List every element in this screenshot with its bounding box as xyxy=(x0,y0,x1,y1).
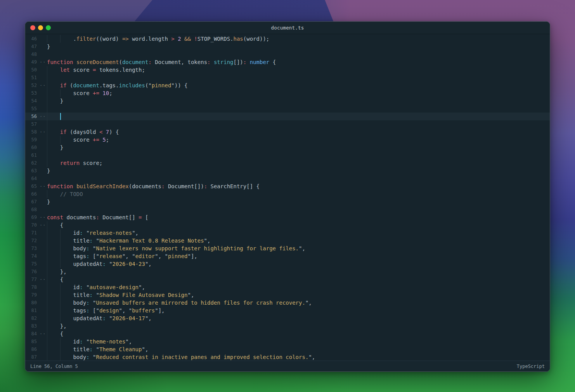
fold-marker[interactable]: ·· xyxy=(37,182,47,190)
code-line[interactable]: 79 title: "Shadow File Autosave Design", xyxy=(25,291,550,299)
code-line[interactable]: 49··function scoreDocument(document: Doc… xyxy=(25,58,550,66)
line-number[interactable]: 87 xyxy=(28,353,37,361)
code-line[interactable]: 61 xyxy=(25,151,550,159)
line-number[interactable]: 58 xyxy=(28,128,37,136)
cursor-position-status[interactable]: Line 56, Column 5 xyxy=(30,364,78,369)
code-line[interactable]: 62 return score; xyxy=(25,159,550,167)
code-line[interactable]: 46 .filter((word) => word.length > 2 && … xyxy=(25,35,550,43)
code-text[interactable] xyxy=(47,151,550,159)
code-text[interactable] xyxy=(47,206,550,213)
code-line[interactable]: 76 }, xyxy=(25,268,550,276)
code-line[interactable]: 53 score += 10; xyxy=(25,89,550,97)
line-number[interactable]: 75 xyxy=(28,260,37,268)
code-line[interactable]: 69··const documents: Document[] = [ xyxy=(25,213,550,221)
line-number[interactable]: 71 xyxy=(28,229,37,237)
code-text[interactable]: body: "Reduced contrast in inactive pane… xyxy=(47,353,550,361)
code-line[interactable]: 86 title: "Theme Cleanup", xyxy=(25,345,550,353)
code-area[interactable]: 46 .filter((word) => word.length > 2 && … xyxy=(25,34,550,361)
code-line[interactable]: 75 updatedAt: "2026-04-23", xyxy=(25,260,550,268)
code-line[interactable]: 82 updatedAt: "2026-04-17", xyxy=(25,314,550,322)
line-number[interactable]: 62 xyxy=(28,159,37,167)
code-text[interactable]: const documents: Document[] = [ xyxy=(47,213,550,221)
code-text[interactable]: title: "Theme Cleanup", xyxy=(47,345,550,353)
line-number[interactable]: 64 xyxy=(28,175,37,182)
line-number[interactable]: 84 xyxy=(28,330,37,338)
code-text[interactable]: tags: ["design", "buffers"], xyxy=(47,307,550,314)
code-text[interactable] xyxy=(47,113,550,120)
code-text[interactable]: updatedAt: "2026-04-17", xyxy=(47,314,550,322)
fold-marker[interactable]: ·· xyxy=(37,113,47,120)
code-text[interactable]: } xyxy=(47,43,550,50)
line-number[interactable]: 77 xyxy=(28,276,37,283)
line-number[interactable]: 63 xyxy=(28,167,37,175)
line-number[interactable]: 81 xyxy=(28,307,37,314)
line-number[interactable]: 69 xyxy=(28,213,37,221)
code-line[interactable]: 47} xyxy=(25,43,550,50)
line-number[interactable]: 65 xyxy=(28,182,37,190)
fold-marker[interactable]: ·· xyxy=(37,128,47,136)
code-text[interactable]: function buildSearchIndex(documents: Doc… xyxy=(47,182,550,190)
code-text[interactable]: }, xyxy=(47,268,550,276)
code-text[interactable]: // TODO xyxy=(47,190,550,198)
code-text[interactable] xyxy=(47,50,550,58)
line-number[interactable]: 70 xyxy=(28,221,37,229)
code-text[interactable]: function scoreDocument(document: Documen… xyxy=(47,58,550,66)
line-number[interactable]: 46 xyxy=(28,35,37,43)
code-line[interactable]: 84·· { xyxy=(25,330,550,338)
code-text[interactable]: } xyxy=(47,198,550,206)
code-line[interactable]: 51 xyxy=(25,74,550,82)
line-number[interactable]: 66 xyxy=(28,190,37,198)
code-line[interactable]: 50 let score = tokens.length; xyxy=(25,66,550,74)
code-text[interactable]: body: "Unsaved buffers are mirrored to h… xyxy=(47,299,550,307)
code-line[interactable]: 72 title: "Hackerman Text 0.8 Release No… xyxy=(25,237,550,245)
line-number[interactable]: 50 xyxy=(28,66,37,74)
line-number[interactable]: 60 xyxy=(28,144,37,151)
code-text[interactable] xyxy=(47,120,550,128)
code-text[interactable]: tags: ["release", "editor", "pinned"], xyxy=(47,252,550,260)
code-line[interactable]: 85 id: "theme-notes", xyxy=(25,338,550,345)
code-text[interactable] xyxy=(47,74,550,82)
code-line[interactable]: 66 // TODO xyxy=(25,190,550,198)
code-line[interactable]: 80 body: "Unsaved buffers are mirrored t… xyxy=(25,299,550,307)
code-line[interactable]: 57 xyxy=(25,120,550,128)
code-text[interactable]: { xyxy=(47,221,550,229)
code-line[interactable]: 74 tags: ["release", "editor", "pinned"]… xyxy=(25,252,550,260)
code-line[interactable]: 83 }, xyxy=(25,322,550,330)
line-number[interactable]: 49 xyxy=(28,58,37,66)
line-number[interactable]: 76 xyxy=(28,268,37,276)
code-text[interactable]: body: "Native lexers now support faster … xyxy=(47,245,550,252)
code-text[interactable]: title: "Hackerman Text 0.8 Release Notes… xyxy=(47,237,550,245)
code-text[interactable]: id: "autosave-design", xyxy=(47,283,550,291)
code-text[interactable]: return score; xyxy=(47,159,550,167)
line-number[interactable]: 86 xyxy=(28,345,37,353)
fold-marker[interactable]: ·· xyxy=(37,221,47,229)
code-text[interactable] xyxy=(47,105,550,113)
code-line[interactable]: 54 } xyxy=(25,97,550,105)
code-text[interactable]: } xyxy=(47,167,550,175)
code-text[interactable]: id: "release-notes", xyxy=(47,229,550,237)
code-line[interactable]: 58·· if (daysOld < 7) { xyxy=(25,128,550,136)
line-number[interactable]: 67 xyxy=(28,198,37,206)
line-number[interactable]: 82 xyxy=(28,314,37,322)
fold-marker[interactable]: ·· xyxy=(37,330,47,338)
line-number[interactable]: 74 xyxy=(28,252,37,260)
code-text[interactable]: } xyxy=(47,144,550,151)
line-number[interactable]: 61 xyxy=(28,151,37,159)
line-number[interactable]: 54 xyxy=(28,97,37,105)
line-number[interactable]: 51 xyxy=(28,74,37,82)
fold-marker[interactable]: ·· xyxy=(37,276,47,283)
code-line[interactable]: 64 xyxy=(25,175,550,182)
code-line[interactable]: 59 score += 5; xyxy=(25,136,550,144)
line-number[interactable]: 78 xyxy=(28,283,37,291)
code-text[interactable]: title: "Shadow File Autosave Design", xyxy=(47,291,550,299)
code-line[interactable]: 60 } xyxy=(25,144,550,151)
line-number[interactable]: 55 xyxy=(28,105,37,113)
line-number[interactable]: 59 xyxy=(28,136,37,144)
line-number[interactable]: 72 xyxy=(28,237,37,245)
code-line[interactable]: 65··function buildSearchIndex(documents:… xyxy=(25,182,550,190)
code-line[interactable]: 63} xyxy=(25,167,550,175)
code-line[interactable]: 55 xyxy=(25,105,550,113)
line-number[interactable]: 83 xyxy=(28,322,37,330)
code-line[interactable]: 87 body: "Reduced contrast in inactive p… xyxy=(25,353,550,361)
code-text[interactable]: { xyxy=(47,276,550,283)
